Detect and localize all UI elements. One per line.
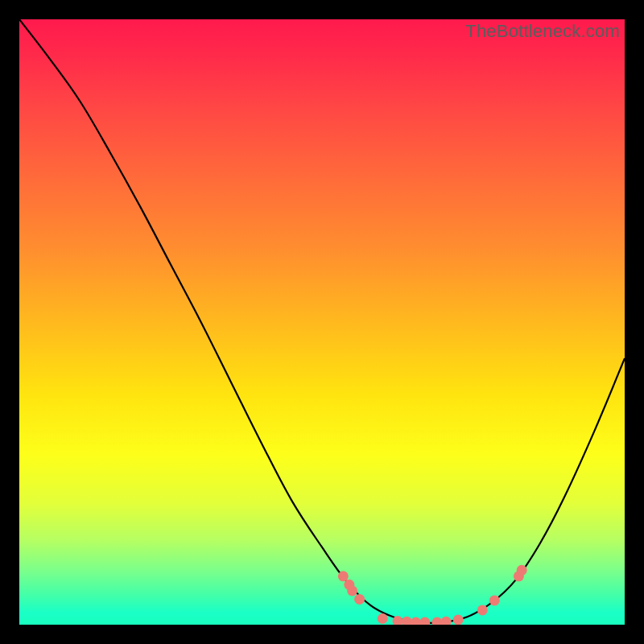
curve-marker-icon — [411, 617, 421, 625]
curve-marker-icon — [354, 594, 365, 605]
curve-markers — [338, 565, 527, 625]
curve-marker-icon — [453, 614, 464, 625]
curve-marker-icon — [517, 565, 527, 576]
curve-marker-icon — [489, 595, 500, 605]
chart-frame: TheBottleneck.com — [0, 0, 644, 644]
curve-marker-icon — [441, 617, 452, 625]
curve-marker-icon — [402, 617, 412, 625]
curve-marker-icon — [431, 617, 442, 625]
curve-marker-icon — [347, 585, 357, 596]
plot-area — [19, 19, 625, 625]
curve-marker-icon — [378, 613, 388, 624]
watermark-label: TheBottleneck.com — [465, 21, 620, 42]
bottleneck-curve — [19, 19, 625, 623]
curve-marker-icon — [338, 571, 349, 581]
curve-marker-icon — [477, 605, 488, 615]
chart-svg — [19, 19, 625, 625]
curve-marker-icon — [419, 617, 430, 625]
